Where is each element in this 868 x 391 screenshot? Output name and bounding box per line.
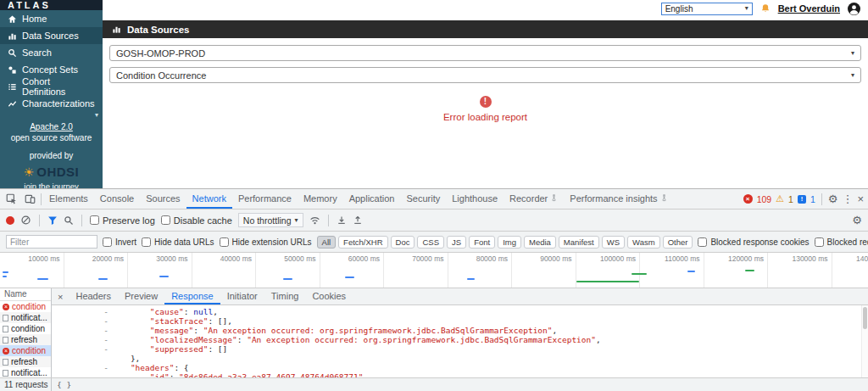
request-row[interactable]: notificat... <box>0 312 51 323</box>
filter-pill-manifest[interactable]: Manifest <box>559 236 599 249</box>
filter-pill-wasm[interactable]: Wasm <box>627 236 660 249</box>
tab-label: Network <box>192 193 226 204</box>
name-column-header[interactable]: Name <box>0 288 51 301</box>
hide-extension-urls-option: Hide extension URLs <box>220 237 312 247</box>
filter-pill-img[interactable]: Img <box>498 236 521 249</box>
fold-marker-icon[interactable]: - <box>101 344 111 354</box>
inspect-element-icon[interactable] <box>2 189 20 209</box>
devtools-tab-lighthouse[interactable]: Lighthouse <box>446 189 504 209</box>
console-error-icon[interactable]: × <box>743 194 753 204</box>
issues-icon[interactable]: ! <box>798 195 806 204</box>
kebab-menu-icon[interactable]: ⋮ <box>842 193 853 204</box>
devtools-tab-network[interactable]: Network <box>186 189 232 209</box>
waterfall-bar <box>345 276 354 278</box>
network-overview-timeline[interactable]: 10000 ms20000 ms30000 ms40000 ms50000 ms… <box>0 253 868 288</box>
hide-extension-urls-checkbox[interactable] <box>220 237 229 247</box>
request-row[interactable]: refresh <box>0 334 51 345</box>
fold-marker-icon[interactable]: - <box>101 326 111 335</box>
filter-pill-fetch-xhr[interactable]: Fetch/XHR <box>338 236 387 249</box>
warning-icon[interactable]: ⚠ <box>776 194 784 204</box>
device-toolbar-icon[interactable] <box>20 189 39 209</box>
devtools-tab-performance[interactable]: Performance <box>232 189 298 209</box>
request-row[interactable]: refresh <box>0 356 51 367</box>
detail-tab-headers[interactable]: Headers <box>69 288 118 304</box>
data-source-select[interactable]: GOSH-OMOP-PROD ▾ <box>109 45 861 61</box>
detail-tab-timing[interactable]: Timing <box>264 288 306 304</box>
devtools-tab-application[interactable]: Application <box>343 189 401 209</box>
filter-pill-other[interactable]: Other <box>663 236 693 249</box>
filter-pill-doc[interactable]: Doc <box>391 236 415 249</box>
clear-network-log-icon[interactable] <box>20 215 31 226</box>
atlas-logo[interactable]: ATLAS <box>0 0 103 10</box>
filter-pill-ws[interactable]: WS <box>602 236 625 249</box>
close-devtools-icon[interactable]: × <box>857 193 864 204</box>
settings-gear-icon[interactable]: ⚙ <box>828 193 838 204</box>
scrollbar[interactable] <box>861 305 868 377</box>
preserve-log-checkbox[interactable] <box>90 215 99 225</box>
throttling-select[interactable]: No throttling ▾ <box>238 213 303 227</box>
issues-count[interactable]: 1 <box>810 194 815 204</box>
detail-tab-preview[interactable]: Preview <box>118 288 164 304</box>
detail-tab-response[interactable]: Response <box>164 288 220 304</box>
hide-data-urls-checkbox[interactable] <box>142 237 151 247</box>
language-select[interactable]: English ▾ <box>661 3 753 15</box>
ohdsi-logo[interactable]: ☀ OHDSI <box>0 164 103 181</box>
network-settings-gear-icon[interactable]: ⚙ <box>852 215 862 226</box>
network-filter-input[interactable] <box>6 235 97 249</box>
notifications-bell-icon[interactable] <box>760 3 771 14</box>
request-file-icon <box>3 315 8 321</box>
report-select[interactable]: Condition Occurrence ▾ <box>109 67 861 83</box>
ohdsi-sun-icon: ☀ <box>24 166 35 178</box>
invert-checkbox[interactable] <box>103 237 112 247</box>
request-row[interactable]: ×condition <box>0 345 51 356</box>
request-row[interactable]: ×condition <box>0 301 51 312</box>
sidebar-item-home[interactable]: Home <box>0 10 103 27</box>
blocked-cookies-checkbox[interactable] <box>698 237 707 247</box>
user-menu-link[interactable]: Bert Overduin <box>778 3 840 14</box>
network-conditions-icon[interactable] <box>309 215 320 226</box>
sidebar-item-data-sources[interactable]: Data Sources <box>0 27 103 44</box>
sidebar-item-concept-sets[interactable]: Concept Sets <box>0 61 103 78</box>
fold-marker-icon[interactable]: - <box>101 316 111 326</box>
devtools-tab-security[interactable]: Security <box>400 189 446 209</box>
filter-funnel-icon[interactable] <box>47 215 58 226</box>
sidebar-item-search[interactable]: Search <box>0 44 103 61</box>
fold-marker-icon[interactable]: - <box>101 307 111 316</box>
format-json-icon[interactable]: { } <box>52 380 76 389</box>
sidebar-item-characterizations[interactable]: Characterizations <box>0 95 103 112</box>
detail-tab-initiator[interactable]: Initiator <box>220 288 264 304</box>
request-row[interactable]: condition <box>0 323 51 334</box>
devtools-tab-elements[interactable]: Elements <box>43 189 94 209</box>
apache-license-link[interactable]: Apache 2.0 <box>0 121 103 132</box>
filter-pill-media[interactable]: Media <box>524 236 556 249</box>
search-icon[interactable] <box>64 215 74 226</box>
filter-pill-js[interactable]: JS <box>447 236 466 249</box>
import-har-icon[interactable] <box>337 215 347 226</box>
filter-pill-css[interactable]: CSS <box>417 236 444 249</box>
record-network-log-button[interactable] <box>6 216 14 225</box>
fold-marker-icon[interactable]: - <box>101 363 111 372</box>
filter-pill-all[interactable]: All <box>317 236 337 249</box>
devtools-tab-performance-insights[interactable]: Performance insights <box>564 189 673 209</box>
fold-marker-icon[interactable]: - <box>101 335 111 344</box>
devtools-tab-memory[interactable]: Memory <box>298 189 343 209</box>
export-har-icon[interactable] <box>353 215 363 226</box>
error-count[interactable]: 109 <box>757 194 772 204</box>
request-row[interactable]: notificat... <box>0 367 51 377</box>
scrollbar-thumb[interactable] <box>863 307 867 329</box>
sidebar-item-cohort-definitions[interactable]: Cohort Definitions <box>0 78 103 95</box>
sidebar-scroll-control[interactable]: ▾ <box>0 112 103 119</box>
warning-count[interactable]: 1 <box>788 194 793 204</box>
user-avatar[interactable] <box>848 3 860 15</box>
waterfall-bar <box>576 281 639 282</box>
devtools-tab-console[interactable]: Console <box>94 189 140 209</box>
disable-cache-checkbox[interactable] <box>161 215 170 225</box>
detail-tab-cookies[interactable]: Cookies <box>305 288 353 304</box>
filter-pill-font[interactable]: Font <box>469 236 495 249</box>
devtools-tab-recorder[interactable]: Recorder <box>504 189 564 209</box>
blocked-requests-checkbox[interactable] <box>815 237 824 247</box>
close-detail-icon[interactable]: × <box>52 292 69 302</box>
network-toolbar: Preserve log Disable cache No throttling… <box>0 209 868 232</box>
devtools-tab-sources[interactable]: Sources <box>140 189 186 209</box>
devtools-panel: ElementsConsoleSourcesNetworkPerformance… <box>0 188 868 391</box>
